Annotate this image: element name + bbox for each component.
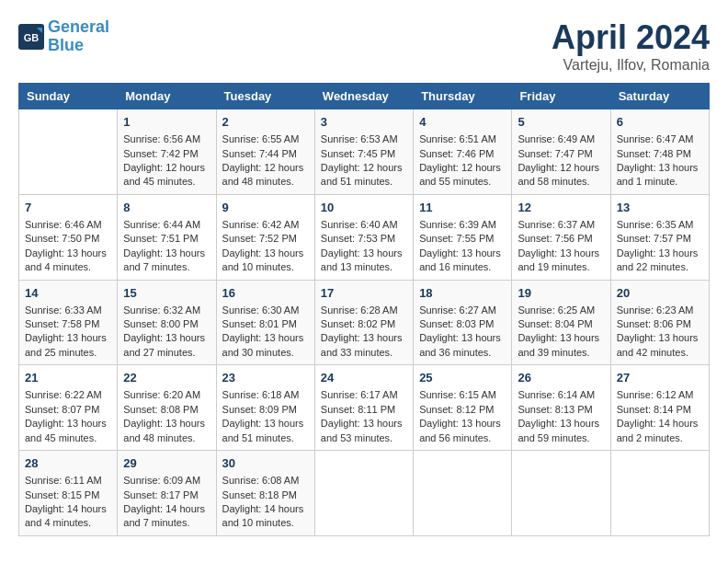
calendar-cell: 18Sunrise: 6:27 AM Sunset: 8:03 PM Dayli… [414,280,512,365]
day-info: Sunrise: 6:25 AM Sunset: 8:04 PM Dayligh… [518,304,604,361]
calendar-cell: 30Sunrise: 6:08 AM Sunset: 8:18 PM Dayli… [216,451,314,536]
calendar-week-row: 21Sunrise: 6:22 AM Sunset: 8:07 PM Dayli… [19,365,710,451]
weekday-header-row: SundayMondayTuesdayWednesdayThursdayFrid… [19,84,710,109]
day-info: Sunrise: 6:37 AM Sunset: 7:56 PM Dayligh… [518,218,604,275]
day-number: 15 [123,285,210,302]
day-info: Sunrise: 6:20 AM Sunset: 8:08 PM Dayligh… [123,388,210,445]
day-info: Sunrise: 6:56 AM Sunset: 7:42 PM Dayligh… [123,132,210,190]
calendar-cell: 28Sunrise: 6:11 AM Sunset: 8:15 PM Dayli… [19,451,118,536]
location-subtitle: Varteju, Ilfov, Romania [552,57,710,74]
calendar-cell: 29Sunrise: 6:09 AM Sunset: 8:17 PM Dayli… [118,451,216,536]
day-number: 1 [123,114,210,131]
calendar-cell: 20Sunrise: 6:23 AM Sunset: 8:06 PM Dayli… [610,280,709,365]
calendar-week-row: 7Sunrise: 6:46 AM Sunset: 7:50 PM Daylig… [19,194,710,280]
weekday-header-tuesday: Tuesday [216,84,314,109]
calendar-cell: 13Sunrise: 6:35 AM Sunset: 7:57 PM Dayli… [610,194,709,280]
day-info: Sunrise: 6:55 AM Sunset: 7:44 PM Dayligh… [222,132,309,190]
weekday-header-saturday: Saturday [610,84,709,109]
day-number: 8 [123,200,210,216]
day-info: Sunrise: 6:15 AM Sunset: 8:12 PM Dayligh… [419,388,506,445]
calendar-cell: 8Sunrise: 6:44 AM Sunset: 7:51 PM Daylig… [118,194,216,280]
calendar-week-row: 28Sunrise: 6:11 AM Sunset: 8:15 PM Dayli… [19,451,710,536]
day-number: 24 [321,370,407,386]
day-info: Sunrise: 6:42 AM Sunset: 7:52 PM Dayligh… [222,218,309,275]
day-number: 2 [222,114,309,131]
day-number: 20 [617,285,703,302]
day-info: Sunrise: 6:11 AM Sunset: 8:15 PM Dayligh… [25,474,111,531]
day-number: 27 [617,370,703,386]
day-number: 23 [222,370,309,386]
day-number: 13 [617,200,703,216]
day-info: Sunrise: 6:40 AM Sunset: 7:53 PM Dayligh… [321,218,407,275]
day-info: Sunrise: 6:49 AM Sunset: 7:47 PM Dayligh… [518,132,604,190]
weekday-header-thursday: Thursday [414,84,512,109]
day-info: Sunrise: 6:28 AM Sunset: 8:02 PM Dayligh… [321,304,407,361]
day-info: Sunrise: 6:51 AM Sunset: 7:46 PM Dayligh… [419,132,506,190]
day-info: Sunrise: 6:23 AM Sunset: 8:06 PM Dayligh… [617,304,703,361]
calendar-cell: 2Sunrise: 6:55 AM Sunset: 7:44 PM Daylig… [216,109,314,195]
logo-icon: GB [18,24,44,50]
calendar-cell: 15Sunrise: 6:32 AM Sunset: 8:00 PM Dayli… [118,280,216,365]
day-number: 19 [518,285,604,302]
calendar-cell: 9Sunrise: 6:42 AM Sunset: 7:52 PM Daylig… [216,194,314,280]
day-info: Sunrise: 6:08 AM Sunset: 8:18 PM Dayligh… [222,474,309,531]
day-number: 3 [321,114,407,131]
calendar-cell: 3Sunrise: 6:53 AM Sunset: 7:45 PM Daylig… [314,109,413,195]
calendar-week-row: 14Sunrise: 6:33 AM Sunset: 7:58 PM Dayli… [19,280,710,365]
month-title: April 2024 [552,18,710,57]
day-number: 30 [222,455,309,472]
day-info: Sunrise: 6:18 AM Sunset: 8:09 PM Dayligh… [222,388,309,445]
calendar-cell: 22Sunrise: 6:20 AM Sunset: 8:08 PM Dayli… [118,365,216,451]
calendar-cell: 19Sunrise: 6:25 AM Sunset: 8:04 PM Dayli… [512,280,610,365]
day-info: Sunrise: 6:35 AM Sunset: 7:57 PM Dayligh… [617,218,703,275]
calendar-cell [610,451,709,536]
day-info: Sunrise: 6:09 AM Sunset: 8:17 PM Dayligh… [123,474,210,531]
day-info: Sunrise: 6:17 AM Sunset: 8:11 PM Dayligh… [321,388,407,445]
calendar-cell: 6Sunrise: 6:47 AM Sunset: 7:48 PM Daylig… [610,109,709,195]
calendar-cell: 23Sunrise: 6:18 AM Sunset: 8:09 PM Dayli… [216,365,314,451]
day-number: 18 [419,285,506,302]
calendar-cell: 26Sunrise: 6:14 AM Sunset: 8:13 PM Dayli… [512,365,610,451]
day-number: 14 [25,285,111,302]
page-header: GB GeneralBlue April 2024 Varteju, Ilfov… [18,18,710,74]
calendar-cell [19,109,118,195]
day-info: Sunrise: 6:14 AM Sunset: 8:13 PM Dayligh… [518,388,604,445]
day-number: 17 [321,285,407,302]
title-block: April 2024 Varteju, Ilfov, Romania [552,18,710,74]
day-info: Sunrise: 6:12 AM Sunset: 8:14 PM Dayligh… [617,388,703,445]
day-number: 10 [321,200,407,216]
day-info: Sunrise: 6:30 AM Sunset: 8:01 PM Dayligh… [222,304,309,361]
day-number: 12 [518,200,604,216]
day-number: 28 [25,455,111,472]
calendar-cell: 5Sunrise: 6:49 AM Sunset: 7:47 PM Daylig… [512,109,610,195]
day-info: Sunrise: 6:22 AM Sunset: 8:07 PM Dayligh… [25,388,111,445]
calendar-cell: 4Sunrise: 6:51 AM Sunset: 7:46 PM Daylig… [414,109,512,195]
calendar-cell: 12Sunrise: 6:37 AM Sunset: 7:56 PM Dayli… [512,194,610,280]
svg-text:GB: GB [24,32,40,43]
logo-text: GeneralBlue [48,18,109,55]
weekday-header-sunday: Sunday [19,84,118,109]
calendar-cell: 27Sunrise: 6:12 AM Sunset: 8:14 PM Dayli… [610,365,709,451]
calendar-cell: 21Sunrise: 6:22 AM Sunset: 8:07 PM Dayli… [19,365,118,451]
weekday-header-wednesday: Wednesday [314,84,413,109]
day-number: 6 [617,114,703,131]
day-number: 5 [518,114,604,131]
calendar-cell: 7Sunrise: 6:46 AM Sunset: 7:50 PM Daylig… [19,194,118,280]
day-number: 9 [222,200,309,216]
day-number: 16 [222,285,309,302]
day-number: 22 [123,370,210,386]
day-info: Sunrise: 6:39 AM Sunset: 7:55 PM Dayligh… [419,218,506,275]
day-info: Sunrise: 6:44 AM Sunset: 7:51 PM Dayligh… [123,218,210,275]
day-number: 25 [419,370,506,386]
day-number: 21 [25,370,111,386]
calendar-cell: 14Sunrise: 6:33 AM Sunset: 7:58 PM Dayli… [19,280,118,365]
calendar-cell: 10Sunrise: 6:40 AM Sunset: 7:53 PM Dayli… [314,194,413,280]
day-number: 4 [419,114,506,131]
day-number: 7 [25,200,111,216]
logo: GB GeneralBlue [18,18,109,55]
calendar-cell [414,451,512,536]
day-info: Sunrise: 6:47 AM Sunset: 7:48 PM Dayligh… [617,132,703,190]
day-number: 29 [123,455,210,472]
day-info: Sunrise: 6:32 AM Sunset: 8:00 PM Dayligh… [123,304,210,361]
day-info: Sunrise: 6:53 AM Sunset: 7:45 PM Dayligh… [321,132,407,190]
